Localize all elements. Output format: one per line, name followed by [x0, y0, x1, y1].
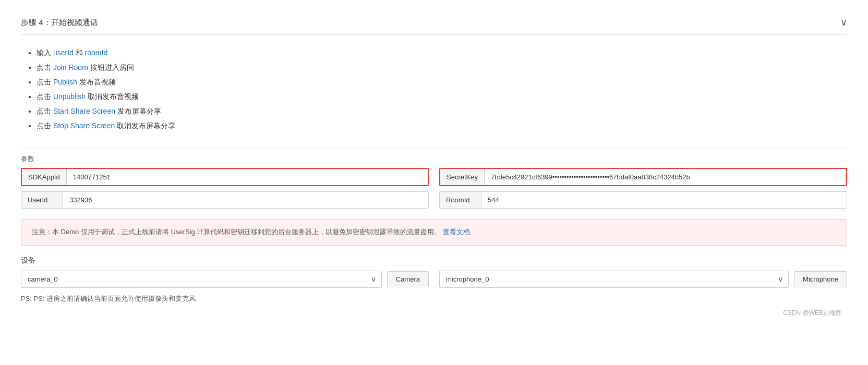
ps-label: PS:	[21, 295, 34, 302]
list-item: 点击 Join Room 按钮进入房间	[37, 60, 847, 75]
warning-box: 注意：本 Demo 仅用于调试，正式上线前请将 UserSig 计算代码和密钥迁…	[21, 219, 847, 246]
user-id-input[interactable]	[63, 192, 428, 208]
camera-button[interactable]: Camera	[387, 271, 429, 287]
list-item: 点击 Unpublish 取消发布音视频	[37, 89, 847, 104]
chevron-down-icon: ∨	[840, 17, 847, 28]
ps-content: PS: 进房之前请确认当前页面允许使用摄像头和麦克风	[34, 295, 196, 302]
footer-brand: CSDN @WEB前端圈	[21, 309, 847, 318]
section-header: 步骤 4：开始视频通话 ∨	[21, 10, 847, 35]
params-section: 参数 SDKAppId SecretKey UserId RoomId	[21, 154, 847, 209]
room-id-label: RoomId	[440, 192, 481, 208]
camera-select[interactable]: camera_0	[21, 271, 381, 287]
steps-list: 输入 userId 和 roomId 点击 Join Room 按钮进入房间 点…	[21, 45, 847, 133]
sdk-app-id-group: SDKAppId	[21, 168, 429, 186]
secret-key-input[interactable]	[485, 169, 846, 185]
microphone-select[interactable]: microphone_0	[440, 271, 788, 287]
ps-text: PS: PS: 进房之前请确认当前页面允许使用摄像头和麦克风	[21, 294, 847, 303]
list-item: 点击 Publish 发布音视频	[37, 75, 847, 89]
devices-row: camera_0 ∨ Camera microphone_0 ∨ Microph…	[21, 271, 847, 288]
params-label: 参数	[21, 154, 847, 164]
room-id-input[interactable]	[481, 192, 847, 208]
sdk-app-id-input[interactable]	[67, 169, 428, 185]
sdk-app-id-label: SDKAppId	[22, 169, 67, 185]
secret-key-label: SecretKey	[440, 169, 485, 185]
room-id-group: RoomId	[439, 191, 847, 209]
params-row-2: UserId RoomId	[21, 191, 847, 209]
params-row-1: SDKAppId SecretKey	[21, 168, 847, 186]
list-item: 点击 Start Share Screen 发布屏幕分享	[37, 104, 847, 118]
devices-label: 设备	[21, 256, 847, 265]
list-item: 输入 userId 和 roomId	[37, 45, 847, 60]
user-id-group: UserId	[21, 191, 429, 209]
secret-key-group: SecretKey	[439, 168, 847, 186]
microphone-button[interactable]: Microphone	[794, 271, 847, 287]
microphone-group: microphone_0 ∨ Microphone	[439, 271, 847, 288]
warning-text: 注意：本 Demo 仅用于调试，正式上线前请将 UserSig 计算代码和密钥迁…	[32, 228, 441, 236]
camera-select-wrapper: camera_0 ∨	[21, 271, 382, 288]
devices-section: 设备 camera_0 ∨ Camera microphone_0 ∨	[21, 256, 847, 288]
list-item: 点击 Stop Share Screen 取消发布屏幕分享	[37, 118, 847, 133]
microphone-select-wrapper: microphone_0 ∨	[439, 271, 789, 288]
camera-group: camera_0 ∨ Camera	[21, 271, 429, 288]
warning-link[interactable]: 查看文档	[443, 228, 470, 236]
section-title: 步骤 4：开始视频通话	[21, 18, 98, 28]
user-id-label: UserId	[21, 192, 63, 208]
